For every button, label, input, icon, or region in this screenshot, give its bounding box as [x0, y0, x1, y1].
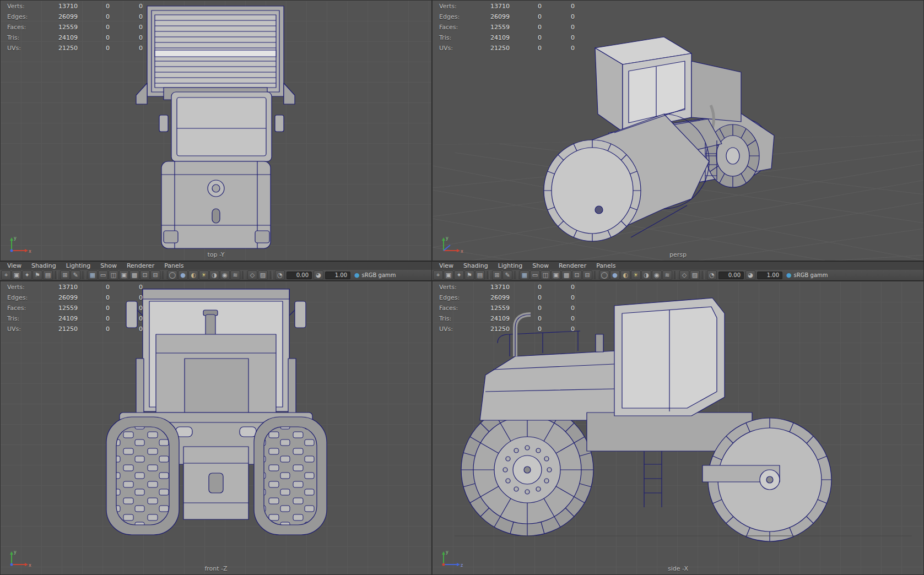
use-all-lights-icon[interactable]: ☀: [199, 270, 209, 280]
exposure-toggle-icon[interactable]: ◔: [707, 270, 717, 280]
gate-mask-icon[interactable]: ▣: [551, 270, 561, 280]
exposure-field[interactable]: 0.00: [287, 272, 312, 279]
safe-title-icon[interactable]: ⊟: [150, 270, 160, 280]
safe-action-icon[interactable]: ⊡: [140, 270, 150, 280]
exposure-toggle-icon[interactable]: ◔: [275, 270, 285, 280]
2d-pan-zoom-icon[interactable]: ⊞: [492, 270, 502, 280]
stats-row: Edges:2609900: [7, 12, 143, 22]
select-camera-icon[interactable]: ⌖: [433, 270, 443, 280]
stats-label: Edges:: [439, 292, 483, 303]
gamma-field[interactable]: 1.00: [325, 272, 350, 279]
panel-menu-show[interactable]: Show: [527, 262, 554, 269]
viewport-front[interactable]: Verts:1371000Edges:2609900Faces:1255900T…: [0, 281, 432, 575]
shaded-icon[interactable]: ●: [610, 270, 620, 280]
field-chart-icon[interactable]: ▩: [129, 270, 139, 280]
gate-mask-icon[interactable]: ▣: [119, 270, 129, 280]
stats-col2: 0: [110, 313, 143, 324]
safe-action-icon[interactable]: ⊡: [572, 270, 582, 280]
colorspace-badge[interactable]: ●sRGB gamm: [786, 272, 828, 279]
gamma-field[interactable]: 1.00: [757, 272, 782, 279]
stats-col1: 0: [78, 324, 110, 334]
viewport-label: side -X: [668, 565, 688, 572]
stats-row: UVs:2125000: [7, 43, 143, 53]
textured-icon[interactable]: ◐: [620, 270, 630, 280]
stats-value: 24109: [483, 32, 510, 43]
stats-col2: 0: [110, 43, 143, 53]
panel-menu-lighting[interactable]: Lighting: [493, 262, 527, 269]
panel-menu-view[interactable]: View: [434, 262, 458, 269]
isolate-select-icon[interactable]: ◇: [247, 270, 257, 280]
stats-col2: 0: [542, 43, 575, 53]
viewport-label: persp: [669, 251, 687, 258]
stats-label: UVs:: [439, 324, 483, 334]
isolate-select-icon[interactable]: ◇: [679, 270, 689, 280]
film-gate-icon[interactable]: ▭: [98, 270, 108, 280]
film-gate-icon[interactable]: ▭: [530, 270, 540, 280]
panel-menu-panels[interactable]: Panels: [159, 262, 188, 269]
colorspace-badge[interactable]: ●sRGB gamm: [354, 272, 396, 279]
stats-row: UVs:2125000: [7, 324, 143, 334]
panel-menu-show[interactable]: Show: [95, 262, 122, 269]
panel-menu-lighting[interactable]: Lighting: [61, 262, 95, 269]
grid-icon[interactable]: ▦: [520, 270, 529, 280]
panel-menu-renderer[interactable]: Renderer: [554, 262, 591, 269]
axis-gizmo: z y: [438, 548, 463, 570]
stats-hud: Verts:1371000Edges:2609900Faces:1255900T…: [7, 282, 143, 334]
ambient-occlusion-icon[interactable]: ◉: [652, 270, 662, 280]
resolution-gate-icon[interactable]: ◫: [541, 270, 550, 280]
xray-icon[interactable]: ▨: [690, 270, 700, 280]
panel-menu-panels[interactable]: Panels: [591, 262, 620, 269]
shadows-icon[interactable]: ◑: [641, 270, 651, 280]
panel-menu-renderer[interactable]: Renderer: [122, 262, 159, 269]
xray-icon[interactable]: ▨: [258, 270, 268, 280]
stats-col1: 0: [78, 32, 110, 43]
image-plane-icon[interactable]: ▤: [43, 270, 53, 280]
stats-row: Faces:1255900: [7, 22, 143, 32]
wireframe-icon[interactable]: ◯: [167, 270, 177, 280]
select-camera-icon[interactable]: ⌖: [1, 270, 11, 280]
viewport-persp[interactable]: Verts:1371000Edges:2609900Faces:1255900T…: [432, 0, 924, 261]
use-all-lights-icon[interactable]: ☀: [631, 270, 641, 280]
panel-menubar: ViewShadingLightingShowRendererPanels: [0, 262, 431, 270]
viewport-top[interactable]: Verts:1371000Edges:2609900Faces:1255900T…: [0, 0, 432, 261]
wireframe-icon[interactable]: ◯: [599, 270, 609, 280]
camera-attributes-icon[interactable]: ✦: [454, 270, 464, 280]
grease-pencil-icon[interactable]: ✎: [502, 270, 512, 280]
safe-title-icon[interactable]: ⊟: [582, 270, 592, 280]
textured-icon[interactable]: ◐: [188, 270, 198, 280]
grid-icon[interactable]: ▦: [88, 270, 98, 280]
gamma-toggle-icon[interactable]: ◕: [745, 270, 755, 280]
stats-col1: 0: [510, 32, 542, 43]
panel-menu-shading[interactable]: Shading: [458, 262, 493, 269]
camera-attributes-icon[interactable]: ✦: [22, 270, 32, 280]
stats-label: Verts:: [7, 282, 51, 292]
panel-menu-view[interactable]: View: [2, 262, 26, 269]
stats-row: Tris:2410900: [439, 313, 575, 324]
exposure-field[interactable]: 0.00: [718, 272, 744, 279]
stats-row: Verts:1371000: [439, 1, 575, 12]
motion-blur-icon[interactable]: ≋: [230, 270, 240, 280]
gamma-toggle-icon[interactable]: ◕: [314, 270, 323, 280]
stats-row: Verts:1371000: [7, 1, 143, 12]
motion-blur-icon[interactable]: ≋: [662, 270, 672, 280]
panel-iconbar: ⌖▣✦⚑▤⊞✎▦▭◫▣▩⊡⊟◯●◐☀◑◉≋◇▨◔0.00◕1.00●sRGB g…: [0, 270, 431, 280]
stats-value: 13710: [51, 282, 78, 292]
2d-pan-zoom-icon[interactable]: ⊞: [60, 270, 70, 280]
stats-col1: 0: [510, 43, 542, 53]
field-chart-icon[interactable]: ▩: [561, 270, 571, 280]
resolution-gate-icon[interactable]: ◫: [109, 270, 118, 280]
shaded-icon[interactable]: ●: [178, 270, 188, 280]
stats-col1: 0: [510, 1, 542, 12]
bookmarks-icon[interactable]: ⚑: [33, 270, 42, 280]
svg-text:x: x: [29, 563, 31, 568]
viewport-side[interactable]: Verts:1371000Edges:2609900Faces:1255900T…: [432, 281, 924, 575]
ambient-occlusion-icon[interactable]: ◉: [220, 270, 230, 280]
lock-camera-icon[interactable]: ▣: [12, 270, 21, 280]
grease-pencil-icon[interactable]: ✎: [71, 270, 80, 280]
panel-menu-shading[interactable]: Shading: [26, 262, 61, 269]
bookmarks-icon[interactable]: ⚑: [464, 270, 474, 280]
shadows-icon[interactable]: ◑: [209, 270, 219, 280]
image-plane-icon[interactable]: ▤: [475, 270, 485, 280]
stats-label: Faces:: [7, 22, 51, 32]
lock-camera-icon[interactable]: ▣: [444, 270, 453, 280]
